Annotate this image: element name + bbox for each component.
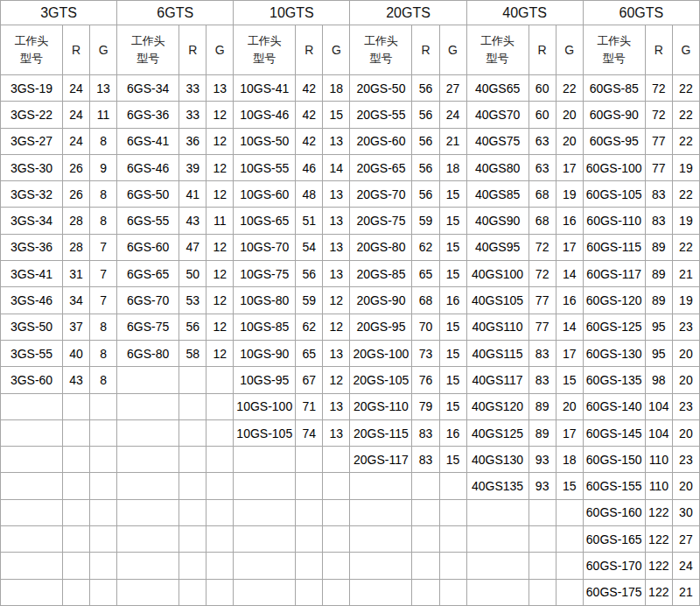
cell-r: 53 [179,287,206,314]
cell-r: 122 [645,499,672,525]
cell-empty [179,393,206,419]
cell-empty [63,447,90,473]
cell-g: 18 [439,154,466,180]
cell-model: 6GS-34 [117,75,179,102]
table-row: 3GS-503786GS-75561210GS-85621220GS-95701… [1,314,700,340]
cell-g: 15 [439,340,466,366]
cell-empty [117,447,179,473]
cell-empty [528,579,556,605]
cell-empty [350,526,412,553]
cell-empty [90,499,117,525]
cell-model: 6GS-60 [117,234,179,260]
cell-model: 60GS-85 [583,75,645,102]
cell-model: 40GS115 [466,340,528,366]
cell-model: 10GS-55 [234,154,296,180]
cell-r: 110 [645,447,672,473]
cell-r: 104 [645,419,672,446]
cell-empty [179,419,206,446]
cell-r: 93 [528,473,556,499]
cell-empty [206,393,234,419]
cell-model: 60GS-115 [583,234,645,260]
cell-model: 6GS-65 [117,261,179,287]
cell-g: 20 [672,340,699,366]
cell-model: 60GS-175 [583,579,645,605]
cell-model: 40GS135 [466,473,528,499]
cell-g: 8 [90,181,117,208]
cell-g: 8 [90,367,117,393]
g-column-header: G [556,25,583,75]
table-row: 60GS-16512227 [1,526,700,553]
cell-r: 43 [63,367,90,393]
cell-empty [63,499,90,525]
cell-empty [63,553,90,579]
g-column-header: G [206,25,234,75]
cell-g: 22 [672,102,699,128]
table-row: 20GS-117831540GS130931860GS-15011023 [1,447,700,473]
cell-empty [90,393,117,419]
cell-r: 41 [179,181,206,208]
cell-r: 71 [296,393,323,419]
cell-r: 74 [296,419,323,446]
table-body: 3GS-1924136GS-34331310GS-41421820GS-5056… [1,75,700,606]
cell-empty [117,393,179,419]
cell-r: 31 [63,261,90,287]
table-row: 10GS-105741320GS-115831640GS125891760GS-… [1,419,700,446]
cell-empty [90,579,117,605]
cell-model: 20GS-75 [350,208,412,234]
cell-r: 89 [528,419,556,446]
cell-r: 98 [645,367,672,393]
cell-model: 10GS-85 [234,314,296,340]
cell-empty [117,499,179,525]
cell-r: 73 [412,340,439,366]
cell-g: 15 [439,314,466,340]
workhead-model-header-line1: 工作头 [117,32,178,50]
cell-empty [1,447,63,473]
cell-g: 12 [323,314,350,340]
cell-r: 28 [63,234,90,260]
cell-model: 20GS-105 [350,367,412,393]
cell-model: 20GS-65 [350,154,412,180]
cell-empty [323,473,350,499]
cell-model: 60GS-100 [583,154,645,180]
cell-g: 14 [323,154,350,180]
r-column-header: R [63,25,90,75]
cell-r: 72 [528,234,556,260]
cell-g: 12 [206,234,234,260]
cell-empty [323,447,350,473]
workhead-model-header: 工作头型号 [234,25,296,75]
cell-g: 16 [439,287,466,314]
table-row: 10GS-100711320GS-110791540GS120892060GS-… [1,393,700,419]
cell-model: 3GS-46 [1,287,63,314]
cell-r: 24 [63,128,90,154]
table-row: 40GS135931560GS-15511020 [1,473,700,499]
cell-g: 8 [90,314,117,340]
cell-g: 15 [323,102,350,128]
cell-g: 23 [672,314,699,340]
cell-g: 20 [672,473,699,499]
cell-r: 110 [645,473,672,499]
cell-empty [439,473,466,499]
cell-model: 60GS-135 [583,367,645,393]
cell-model: 20GS-110 [350,393,412,419]
cell-r: 79 [412,393,439,419]
cell-model: 60GS-145 [583,419,645,446]
cell-model: 60GS-117 [583,261,645,287]
cell-empty [179,447,206,473]
cell-r: 104 [645,393,672,419]
cell-g: 12 [206,340,234,366]
cell-model: 10GS-95 [234,367,296,393]
cell-r: 48 [296,181,323,208]
cell-model: 10GS-105 [234,419,296,446]
cell-r: 83 [645,208,672,234]
cell-g: 19 [672,154,699,180]
cell-model: 40GS100 [466,261,528,287]
cell-r: 122 [645,579,672,605]
cell-empty [528,553,556,579]
cell-g: 7 [90,234,117,260]
cell-r: 63 [528,154,556,180]
gts-workhead-spec-table: 3GTS6GTS10GTS20GTS40GTS60GTS工作头型号RG工作头型号… [0,0,700,606]
cell-empty [439,553,466,579]
cell-g: 22 [556,75,583,102]
cell-model: 60GS-110 [583,208,645,234]
cell-model: 10GS-41 [234,75,296,102]
